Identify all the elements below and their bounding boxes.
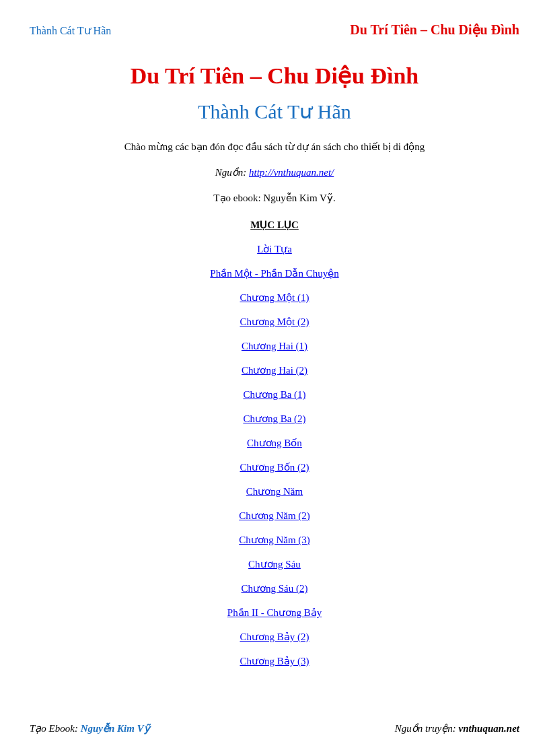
toc-item[interactable]: Phần II - Chương Bảy: [227, 607, 322, 619]
toc-list: Lời Tựa Phần Một - Phần Dẫn Chuyện Chươn…: [30, 243, 519, 679]
toc-item[interactable]: Chương Ba (2): [243, 413, 305, 425]
header-right-title: Du Trí Tiên – Chu Diệu Đình: [350, 22, 519, 38]
creator-line: Tạo ebook: Nguyễn Kim Vỹ.: [30, 192, 519, 204]
toc-heading: MỤC LỤC: [30, 219, 519, 231]
toc-item[interactable]: Chương Hai (1): [242, 340, 307, 352]
header-left-title: Thành Cát Tư Hãn: [30, 24, 111, 37]
toc-item[interactable]: Phần Một - Phần Dẫn Chuyện: [210, 267, 338, 279]
toc-item[interactable]: Chương Năm: [246, 485, 303, 497]
toc-item[interactable]: Chương Bốn: [247, 437, 302, 449]
source-link[interactable]: http://vnthuquan.net/: [249, 167, 334, 178]
toc-item[interactable]: Chương Một (2): [240, 316, 309, 328]
footer-left-name: Nguyễn Kim Vỹ: [81, 723, 150, 734]
title-sub: Thành Cát Tư Hãn: [30, 100, 519, 123]
title-main: Du Trí Tiên – Chu Diệu Đình: [30, 62, 519, 89]
toc-item[interactable]: Chương Năm (3): [239, 534, 310, 546]
intro-text: Chào mừng các bạn đón đọc đầu sách từ dự…: [30, 141, 519, 153]
toc-item[interactable]: Chương Bốn (2): [240, 461, 309, 473]
toc-item[interactable]: Chương Hai (2): [242, 364, 307, 376]
toc-item[interactable]: Chương Một (1): [240, 291, 309, 304]
footer-right-name: vnthuquan.net: [459, 723, 519, 734]
header-row: Thành Cát Tư Hãn Du Trí Tiên – Chu Diệu …: [30, 22, 519, 38]
footer-right-label: Nguồn truyện: [395, 723, 453, 734]
toc-item[interactable]: Chương Bảy (3): [240, 655, 309, 667]
toc-item[interactable]: Chương Sáu (2): [242, 582, 308, 594]
footer-left-label: Tạo Ebook: [30, 723, 75, 734]
footer-row: Tạo Ebook: Nguyễn Kim Vỹ Nguồn truyện: v…: [30, 722, 519, 734]
toc-item[interactable]: Chương Năm (2): [239, 510, 310, 522]
source-line: Nguồn: http://vnthuquan.net/: [30, 166, 519, 178]
footer-right: Nguồn truyện: vnthuquan.net: [395, 722, 519, 734]
source-label: Nguồn:: [215, 167, 249, 178]
toc-item[interactable]: Chương Ba (1): [243, 388, 305, 401]
toc-item[interactable]: Chương Bảy (2): [240, 631, 309, 643]
toc-item[interactable]: Chương Sáu: [248, 558, 301, 570]
toc-item[interactable]: Lời Tựa: [257, 243, 292, 255]
footer-left: Tạo Ebook: Nguyễn Kim Vỹ: [30, 722, 150, 734]
